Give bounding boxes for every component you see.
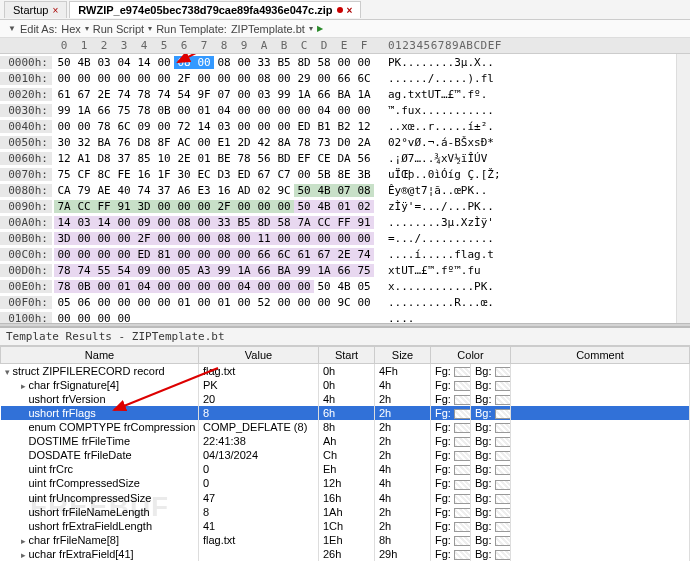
hex-row[interactable]: 0000h:504B030414000800080033B58D580000PK… — [0, 54, 690, 70]
offset: 0040h: — [0, 120, 52, 133]
offset: 00A0h: — [0, 216, 52, 229]
offset: 0030h: — [0, 104, 52, 117]
table-row[interactable]: uint frUncompressedSize4716h4hFg: Bg: — [1, 491, 690, 505]
tab-file[interactable]: RWZIP_e974e05bec738d79cae89fa4936e047c.z… — [69, 1, 361, 18]
scrollbar[interactable] — [676, 54, 690, 323]
table-row[interactable]: ▾struct ZIPFILERECORD recordflag.txt0h4F… — [1, 363, 690, 378]
table-row[interactable]: ushort frExtraFieldLength411Ch2hFg: Bg: — [1, 519, 690, 533]
table-row[interactable]: DOSDATE frFileDate04/13/2024Ch2hFg: Bg: — [1, 448, 690, 462]
offset: 0080h: — [0, 184, 52, 197]
chevron-down-icon[interactable]: ▾ — [85, 24, 89, 33]
offset: 0100h: — [0, 312, 52, 323]
run-template-label[interactable]: Run Template: — [156, 23, 227, 35]
table-row[interactable]: enum COMPTYPE frCompressionCOMP_DEFLATE … — [1, 420, 690, 434]
ascii: .... — [382, 312, 415, 323]
hex-row[interactable]: 0050h:3032BA76D88FAC00E12D428A7873D02A02… — [0, 134, 690, 150]
tab-startup-label: Startup — [13, 4, 48, 16]
close-icon[interactable]: × — [52, 5, 58, 16]
hex-row[interactable]: 0010h:0000000000002F00000008002900666C..… — [0, 70, 690, 86]
template-results: Template Results - ZIPTemplate.bt Name V… — [0, 327, 690, 561]
hex-column-header: 0123456789ABCDEF 0123456789ABCDEF — [0, 38, 690, 54]
hex-row[interactable]: 00E0h:780B0001040000000004000000504B05x.… — [0, 278, 690, 294]
edit-as-label: Edit As: — [20, 23, 57, 35]
hex-row[interactable]: 0060h:12A1D83785102E01BE7856BDEFCEDA56.¡… — [0, 150, 690, 166]
ascii: =.../........... — [382, 232, 494, 245]
col-size[interactable]: Size — [375, 346, 431, 363]
offset: 00C0h: — [0, 248, 52, 261]
offset: 0020h: — [0, 88, 52, 101]
offset: 0050h: — [0, 136, 52, 149]
modified-icon — [337, 7, 343, 13]
ascii: 02°vØ.¬.á-BŠxsÐ* — [382, 136, 494, 149]
run-script-label[interactable]: Run Script — [93, 23, 144, 35]
results-grid[interactable]: Name Value Start Size Color Comment ▾str… — [0, 346, 690, 561]
hex-row[interactable]: 0040h:0000786C0900721403000000EDB1B212..… — [0, 118, 690, 134]
table-row[interactable]: ▸char frSignature[4]PK0h4hFg: Bg: — [1, 378, 690, 392]
offset: 00D0h: — [0, 264, 52, 277]
table-row[interactable]: ▸char frFileName[8]flag.txt1Eh8hFg: Bg: — [1, 533, 690, 547]
ascii: ....../.....).fl — [382, 72, 494, 85]
table-row[interactable]: ▸uchar frExtraField[41]26h29hFg: Bg: — [1, 547, 690, 561]
ascii: x............PK. — [382, 280, 494, 293]
ascii: ....í.....flag.t — [382, 248, 494, 261]
close-icon[interactable]: × — [347, 5, 353, 16]
chevron-down-icon[interactable]: ▼ — [8, 24, 16, 33]
col-start[interactable]: Start — [319, 346, 375, 363]
ascii: ..........R...œ. — [382, 296, 494, 309]
offset: 0060h: — [0, 152, 52, 165]
tab-bar: Startup × RWZIP_e974e05bec738d79cae89fa4… — [0, 0, 690, 20]
ascii: .¡Ø7…..¾xV½ïÎÚV — [382, 152, 487, 165]
ascii: PK........3µ.X.. — [382, 56, 494, 69]
chevron-down-icon[interactable]: ▾ — [309, 24, 313, 33]
tab-file-label: RWZIP_e974e05bec738d79cae89fa4936e047c.z… — [78, 4, 332, 16]
ascii: Êy®@t7¦ã.­.œPK.. — [382, 184, 487, 197]
col-color[interactable]: Color — [431, 346, 511, 363]
col-name[interactable]: Name — [1, 346, 199, 363]
offset: 0070h: — [0, 168, 52, 181]
table-row[interactable]: uint frCrc0Eh4hFg: Bg: — [1, 462, 690, 476]
col-value[interactable]: Value — [199, 346, 319, 363]
table-row[interactable]: DOSTIME frFileTime22:41:38Ah2hFg: Bg: — [1, 434, 690, 448]
ascii: ........3µ.XzÌÿ' — [382, 216, 494, 229]
table-row[interactable]: ushort frFlags86h2hFg: Bg: — [1, 406, 690, 420]
tab-startup[interactable]: Startup × — [4, 1, 67, 18]
table-row[interactable]: ushort frVersion204h2hFg: Bg: — [1, 392, 690, 406]
col-comment[interactable]: Comment — [511, 346, 690, 363]
hex-editor: 0123456789ABCDEF 0123456789ABCDEF 0000h:… — [0, 38, 690, 323]
hex-row[interactable]: 00F0h:05060000000001000100520000009C00..… — [0, 294, 690, 310]
results-title: Template Results - ZIPTemplate.bt — [0, 328, 690, 346]
ascii: zÌÿ'=.../...PK.. — [382, 200, 494, 213]
ascii: xtUT…£™.fº™.fu — [382, 264, 481, 277]
play-icon[interactable]: ▶ — [317, 24, 323, 33]
offset: 0090h: — [0, 200, 52, 213]
table-row[interactable]: ushort frFileNameLength81Ah2hFg: Bg: — [1, 505, 690, 519]
hex-body[interactable]: 0000h:504B030414000800080033B58D580000PK… — [0, 54, 690, 323]
offset: 00E0h: — [0, 280, 52, 293]
hex-row[interactable]: 0020h:61672E747874549F070003991A66BA1Aag… — [0, 86, 690, 102]
chevron-down-icon[interactable]: ▾ — [148, 24, 152, 33]
offset: 0000h: — [0, 56, 52, 69]
editor-toolbar: ▼ Edit As: Hex ▾ Run Script ▾ Run Templa… — [0, 20, 690, 38]
hex-row[interactable]: 00C0h:00000000ED8100000000666C61672E74..… — [0, 246, 690, 262]
edit-as-mode[interactable]: Hex — [61, 23, 81, 35]
hex-row[interactable]: 0080h:CA79AE407437A6E316AD029C504B0708Êy… — [0, 182, 690, 198]
template-name[interactable]: ZIPTemplate.bt — [231, 23, 305, 35]
hex-row[interactable]: 00B0h:3D0000002F0000000800110000000000=.… — [0, 230, 690, 246]
offset: 0010h: — [0, 72, 52, 85]
offset: 00B0h: — [0, 232, 52, 245]
table-row[interactable]: uint frCompressedSize012h4hFg: Bg: — [1, 476, 690, 490]
hex-row[interactable]: 0100h:00000000 .... — [0, 310, 690, 323]
ascii: uÏŒþ..0ìÓíg Ç.[Ž; — [382, 168, 501, 181]
ascii: ™.fux........... — [382, 104, 494, 117]
hex-row[interactable]: 0030h:991A6675780B00010400000000040000™.… — [0, 102, 690, 118]
hex-row[interactable]: 0090h:7ACCFF913D0000002F000000504B0102zÌ… — [0, 198, 690, 214]
hex-row[interactable]: 0070h:75CF8CFE161F30ECD3ED67C7005B8E3BuÏ… — [0, 166, 690, 182]
ascii: ..xœ..r.....í±². — [382, 120, 494, 133]
ascii: ag.txtUT…£™.fº. — [382, 88, 487, 101]
offset: 00F0h: — [0, 296, 52, 309]
hex-row[interactable]: 00A0h:140314000900080033B58D587ACCFF91..… — [0, 214, 690, 230]
ascii-header: 0123456789ABCDEF — [382, 39, 502, 52]
hex-row[interactable]: 00D0h:78745554090005A3991A66BA991A6675xt… — [0, 262, 690, 278]
